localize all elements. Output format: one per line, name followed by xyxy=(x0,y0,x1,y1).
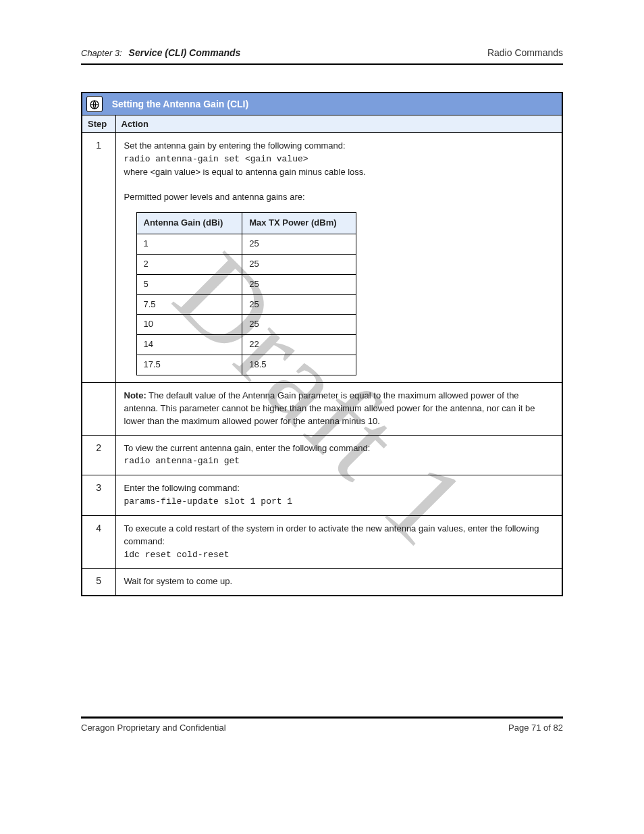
row-command: params-file-update slot 1 port 1 xyxy=(124,496,293,506)
cell: 18.5 xyxy=(242,355,356,375)
footer-left: Ceragon Proprietary and Confidential xyxy=(81,723,226,733)
globe-icon xyxy=(86,96,103,112)
note-label: Note: xyxy=(124,390,146,400)
cell: 22 xyxy=(242,335,356,355)
gain-power-table: Antenna Gain (dBi) Max TX Power (dBm) 12… xyxy=(136,212,356,375)
action-cell: Set the antenna gain by entering the fol… xyxy=(115,133,562,383)
row-hint: where <gain value> is equal to antenna g… xyxy=(124,167,366,177)
cell: 1 xyxy=(136,234,242,255)
step-number: 2 xyxy=(82,435,115,475)
col-step-header: Step xyxy=(82,115,115,133)
table-row: Note: The default value of the Antenna G… xyxy=(82,382,562,435)
cell: 25 xyxy=(242,315,356,335)
inner-th-power: Max TX Power (dBm) xyxy=(242,213,356,234)
table-row: 3 Enter the following command: params-fi… xyxy=(82,475,562,516)
cell: 17.5 xyxy=(136,355,242,375)
page-section: Radio Commands xyxy=(487,47,563,58)
row-text: To execute a cold restart of the system … xyxy=(124,523,539,546)
col-action-header: Action xyxy=(115,115,562,133)
action-cell: Wait for system to come up. xyxy=(115,569,562,596)
table-header-row: Step Action xyxy=(82,115,562,133)
row-text: Enter the following command: xyxy=(124,483,240,493)
step-number xyxy=(82,382,115,435)
page-header: Chapter 3: Service (CLI) Commands Radio … xyxy=(81,47,563,58)
cell: 2 xyxy=(136,254,242,274)
cell: 25 xyxy=(242,234,356,255)
cell: 5 xyxy=(136,274,242,294)
row-command: radio antenna-gain set <gain value> xyxy=(124,154,308,164)
inner-th-gain: Antenna Gain (dBi) xyxy=(136,213,242,234)
table-row: 4 To execute a cold restart of the syste… xyxy=(82,515,562,569)
row-command: idc reset cold-reset xyxy=(124,550,230,560)
action-cell: To execute a cold restart of the system … xyxy=(115,515,562,569)
table-row: 2 To view the current antenna gain, ente… xyxy=(82,435,562,475)
page-footer: Ceragon Proprietary and Confidential Pag… xyxy=(81,716,563,733)
step-number: 5 xyxy=(82,569,115,596)
table-row: 1 Set the antenna gain by entering the f… xyxy=(82,133,562,383)
footer-right: Page 71 of 82 xyxy=(508,723,563,733)
cell: 25 xyxy=(242,274,356,294)
cell: 25 xyxy=(242,254,356,274)
cell: 25 xyxy=(242,294,356,315)
action-cell: To view the current antenna gain, enter … xyxy=(115,435,562,475)
action-cell: Note: The default value of the Antenna G… xyxy=(115,382,562,435)
note-text: The default value of the Antenna Gain pa… xyxy=(124,390,535,426)
procedure-table: Setting the Antenna Gain (CLI) Step Acti… xyxy=(81,92,563,596)
step-number: 1 xyxy=(82,133,115,383)
action-cell: Enter the following command: params-file… xyxy=(115,475,562,516)
step-number: 4 xyxy=(82,515,115,569)
table-row: 5 Wait for system to come up. xyxy=(82,569,562,596)
footer-rule xyxy=(81,716,563,719)
chapter-title: Service (CLI) Commands xyxy=(129,47,241,58)
table-title-bar: Setting the Antenna Gain (CLI) xyxy=(82,93,562,115)
table-title: Setting the Antenna Gain (CLI) xyxy=(112,99,248,109)
chapter-prefix: Chapter 3: xyxy=(81,48,122,58)
inner-table-caption: Permitted power levels and antenna gains… xyxy=(124,192,305,202)
row-text: To view the current antenna gain, enter … xyxy=(124,443,371,453)
row-command: radio antenna-gain get xyxy=(124,456,240,466)
cell: 7.5 xyxy=(136,294,242,315)
cell: 10 xyxy=(136,315,242,335)
row-text: Wait for system to come up. xyxy=(124,576,233,586)
step-number: 3 xyxy=(82,475,115,516)
header-rule xyxy=(81,63,563,65)
cell: 14 xyxy=(136,335,242,355)
row-text: Set the antenna gain by entering the fol… xyxy=(124,140,346,151)
